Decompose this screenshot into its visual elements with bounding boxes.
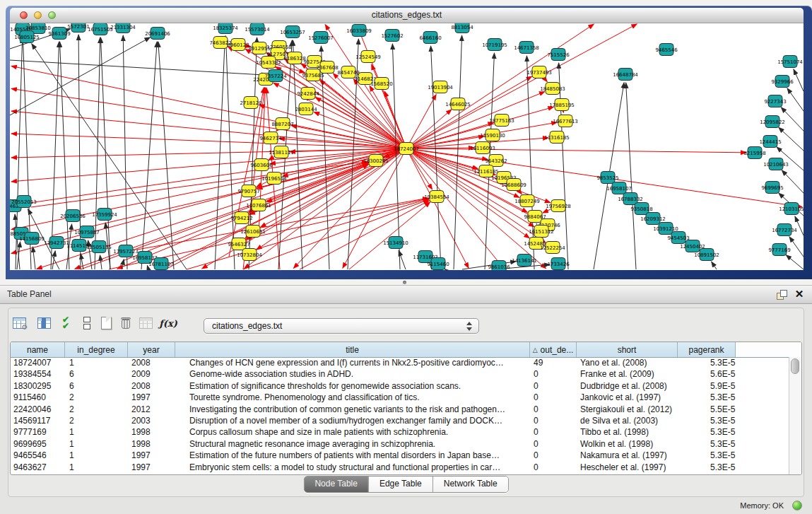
table-row[interactable]: 977716911998Corpus callosum shape and si… [11, 426, 789, 438]
table-cell[interactable]: 9777169 [11, 426, 65, 438]
row-mode-button[interactable] [78, 314, 96, 332]
table-cell[interactable]: 5.3E-5 [678, 438, 736, 450]
table-cell[interactable]: Changes of HCN gene expression and I(f) … [175, 357, 530, 368]
table-cell[interactable]: 0 [530, 450, 577, 461]
table-selector-dropdown[interactable]: citations_edges.txt [204, 318, 479, 334]
table-cell[interactable]: 9699695 [11, 438, 65, 450]
table-cell[interactable]: 2003 [128, 415, 175, 426]
table-cell[interactable]: 14569117 [11, 415, 65, 426]
table-cell[interactable]: Hescheler et al. (1997) [577, 462, 678, 473]
table-cell[interactable]: Estimation of significance thresholds fo… [175, 380, 530, 392]
table-cell[interactable]: 22420046 [11, 404, 65, 415]
table-vertical-scrollbar[interactable] [789, 357, 801, 474]
table-cell[interactable]: 19384554 [11, 368, 65, 380]
graph-edge[interactable] [158, 42, 174, 269]
table-options-button[interactable]: ⚙ [10, 314, 28, 332]
column-visibility-button[interactable] [35, 314, 53, 332]
graph-edge[interactable] [11, 148, 406, 182]
table-cell[interactable]: 0 [530, 426, 577, 438]
close-panel-button[interactable]: ✕ [794, 288, 805, 300]
table-cell[interactable]: 9463627 [11, 462, 65, 473]
graph-edge[interactable] [300, 201, 429, 269]
table-cell[interactable]: 18300295 [11, 380, 65, 392]
table-cell[interactable]: 1 [65, 438, 128, 450]
table-cell[interactable]: 1998 [128, 438, 175, 450]
table-cell[interactable]: Jankovic et al. (1997) [577, 392, 678, 403]
table-cell[interactable]: 49 [530, 357, 577, 368]
graph-edge[interactable] [10, 60, 267, 75]
table-cell[interactable]: 5.5E-5 [678, 404, 736, 415]
float-panel-button[interactable] [777, 290, 787, 300]
column-header-short[interactable]: short [577, 342, 678, 357]
delete-column-button[interactable] [117, 314, 135, 332]
table-cell[interactable]: 1997 [128, 450, 175, 461]
delete-table-button[interactable] [136, 314, 155, 332]
graph-edge[interactable] [11, 148, 406, 158]
table-cell[interactable]: 1 [65, 426, 128, 438]
graph-edge[interactable] [123, 35, 127, 269]
graph-edge[interactable] [141, 42, 157, 269]
table-cell[interactable]: 0 [530, 380, 577, 392]
table-cell[interactable]: Corpus callosum shape and size in male p… [175, 426, 530, 438]
graph-edge[interactable] [779, 127, 804, 151]
table-cell[interactable]: 0 [530, 368, 577, 380]
column-header-pagerank[interactable]: pagerank [678, 342, 736, 357]
table-row[interactable]: 911546021997Tourette syndrome. Phenomeno… [11, 392, 789, 403]
graph-edge[interactable] [51, 42, 59, 269]
tab-node-table[interactable]: Node Table [304, 477, 368, 492]
table-cell[interactable]: 2 [65, 415, 128, 426]
table-cell[interactable]: 0 [530, 404, 577, 415]
tab-edge-table[interactable]: Edge Table [368, 477, 433, 492]
table-cell[interactable]: de Silva et al. (2003) [577, 415, 678, 426]
column-header-out_de[interactable]: △out_de... [530, 342, 577, 357]
table-cell[interactable]: Tourette syndrome. Phenomenology and cla… [175, 392, 530, 403]
graph-edge[interactable] [782, 170, 804, 193]
column-header-name[interactable]: name [11, 342, 65, 357]
graph-edge[interactable] [626, 83, 636, 269]
graph-edge[interactable] [33, 247, 35, 269]
table-cell[interactable]: 0 [530, 392, 577, 403]
graph-edge[interactable] [100, 37, 110, 269]
table-row[interactable]: 1872400712008Changes of HCN gene express… [11, 357, 789, 368]
graph-edge[interactable] [81, 254, 83, 269]
graph-edge[interactable] [712, 262, 717, 269]
table-row[interactable]: 969969511998Structural magnetic resonanc… [11, 438, 789, 450]
table-cell[interactable]: 9465546 [11, 450, 65, 461]
table-cell[interactable]: 5.9E-5 [678, 380, 736, 392]
table-cell[interactable]: 2008 [128, 380, 175, 392]
graph-edge[interactable] [10, 37, 151, 115]
table-row[interactable]: 2242004622012Investigating the contribut… [11, 404, 789, 415]
table-cell[interactable]: 5.3E-5 [678, 392, 736, 403]
table-row[interactable]: 1456911722003Disruption of a novel membe… [11, 415, 789, 426]
table-cell[interactable]: 0 [530, 438, 577, 450]
table-cell[interactable]: Nakamura et al. (1997) [577, 450, 678, 461]
table-cell[interactable]: Embryonic stem cells: a model to study s… [175, 462, 530, 473]
table-cell[interactable]: Structural magnetic resonance image aver… [175, 438, 530, 450]
memory-status-icon[interactable] [792, 501, 802, 510]
table-cell[interactable]: 2012 [128, 404, 175, 415]
table-row[interactable]: 1830029562008Estimation of significance … [11, 380, 789, 392]
table-cell[interactable]: 1997 [128, 392, 175, 403]
table-row[interactable]: 946362711997Embryonic stem cells: a mode… [11, 462, 789, 473]
new-column-button[interactable] [97, 314, 115, 332]
table-cell[interactable]: Franke et al. (2009) [577, 368, 678, 380]
table-cell[interactable]: 2 [65, 392, 128, 403]
graph-edge[interactable] [11, 111, 406, 148]
table-cell[interactable]: 1 [65, 462, 128, 473]
table-cell[interactable]: 1997 [128, 462, 175, 473]
table-cell[interactable]: Wolkin et al. (1998) [577, 438, 678, 450]
graph-edge[interactable] [122, 259, 124, 269]
table-cell[interactable]: 5.3E-5 [678, 450, 736, 461]
graph-edge[interactable] [406, 148, 746, 153]
graph-edge[interactable] [787, 88, 804, 111]
function-builder-button[interactable]: ƒ(x) [159, 314, 177, 332]
table-cell[interactable]: 5.3E-5 [678, 357, 736, 368]
table-row[interactable]: 1938455462009Genome-wide association stu… [11, 368, 789, 380]
network-window[interactable]: citations_edges.txt 18724007183002951938… [6, 6, 812, 279]
table-cell[interactable]: Stergiakouli et al. (2012) [577, 404, 678, 415]
table-cell[interactable]: 0 [530, 415, 577, 426]
table-cell[interactable]: 1 [65, 450, 128, 461]
graph-edge[interactable] [11, 88, 406, 148]
graph-edge[interactable] [445, 269, 445, 269]
table-cell[interactable]: 1 [65, 357, 128, 368]
